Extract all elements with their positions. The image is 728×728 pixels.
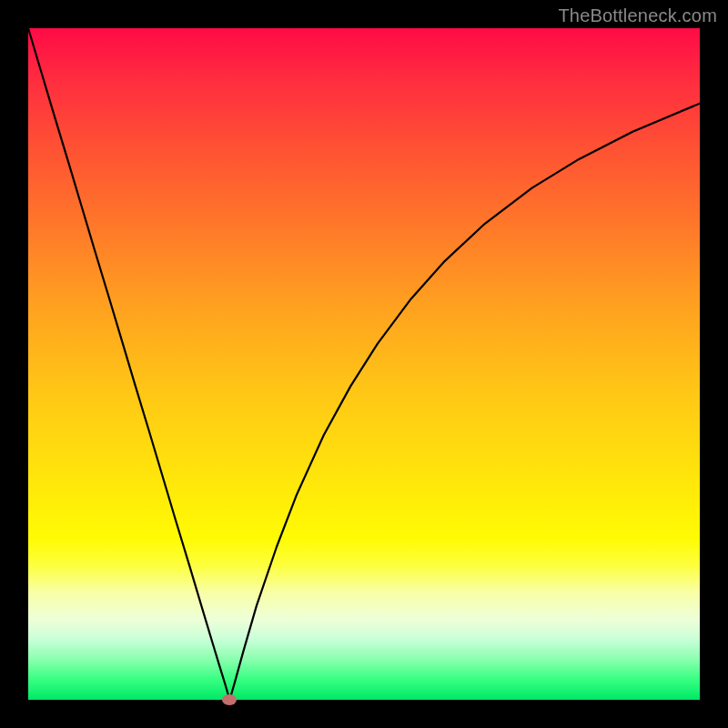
watermark-text: TheBottleneck.com [558,5,717,26]
vertex-marker [222,694,237,705]
plot-area [28,28,700,700]
bottleneck-curve [28,28,700,700]
chart-container: TheBottleneck.com [0,0,728,728]
